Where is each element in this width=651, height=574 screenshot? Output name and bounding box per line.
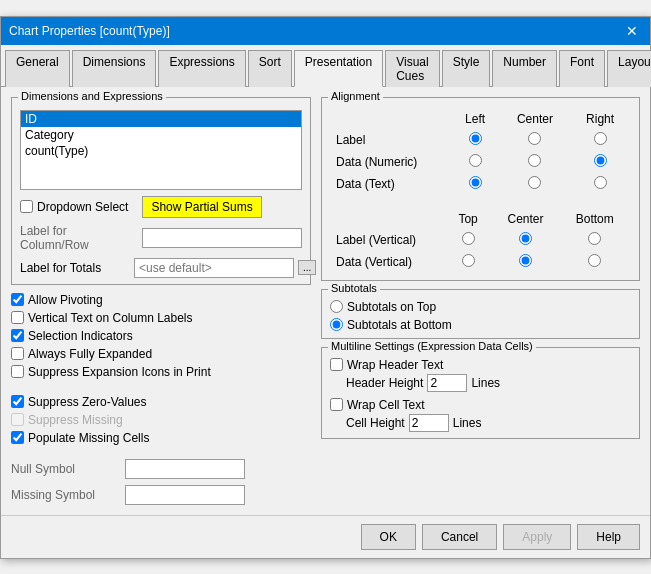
- wrap-cell-label: Wrap Cell Text: [347, 398, 425, 412]
- help-button[interactable]: Help: [577, 524, 640, 550]
- close-button[interactable]: ✕: [622, 23, 642, 39]
- missing-symbol-label: Missing Symbol: [11, 488, 121, 502]
- label-totals-ellipsis-button[interactable]: ...: [298, 260, 316, 275]
- dim-list-item-id[interactable]: ID: [21, 111, 301, 127]
- alignment-label-vert-row: Label (Vertical): [332, 230, 629, 250]
- align-text-right[interactable]: [594, 176, 607, 189]
- align-vert-label-bottom[interactable]: [588, 232, 601, 245]
- alignment-group-label: Alignment: [328, 90, 383, 102]
- tab-general[interactable]: General: [5, 50, 70, 87]
- align-col-right: Right: [571, 110, 629, 128]
- multiline-group: Multiline Settings (Expression Data Cell…: [321, 347, 640, 439]
- show-partial-sums-button[interactable]: Show Partial Sums: [142, 196, 261, 218]
- suppress-expansion-checkbox[interactable]: [11, 365, 24, 378]
- populate-missing-label: Populate Missing Cells: [28, 431, 149, 445]
- selection-indicators-checkbox[interactable]: [11, 329, 24, 342]
- header-height-unit: Lines: [471, 376, 500, 390]
- right-panel: Alignment Left Center Right: [321, 97, 640, 505]
- align-row-label-label: Label: [332, 130, 449, 150]
- label-totals-label: Label for Totals: [20, 261, 130, 275]
- subtotals-on-top-row: Subtotals on Top: [330, 300, 631, 314]
- dim-list-item-category[interactable]: Category: [21, 127, 301, 143]
- dropdown-select-row: Dropdown Select Show Partial Sums: [20, 196, 302, 218]
- tab-bar: General Dimensions Expressions Sort Pres…: [1, 45, 650, 87]
- vertical-text-checkbox[interactable]: [11, 311, 24, 324]
- dimensions-group: Dimensions and Expressions ID Category c…: [11, 97, 311, 285]
- main-content: Dimensions and Expressions ID Category c…: [1, 87, 650, 515]
- allow-pivoting-checkbox[interactable]: [11, 293, 24, 306]
- tab-presentation[interactable]: Presentation: [294, 50, 383, 87]
- tab-sort[interactable]: Sort: [248, 50, 292, 87]
- align-col-center: Center: [501, 110, 569, 128]
- cell-height-label: Cell Height: [346, 416, 405, 430]
- align-label-left[interactable]: [469, 132, 482, 145]
- cell-height-unit: Lines: [453, 416, 482, 430]
- label-totals-row: Label for Totals ...: [20, 258, 302, 278]
- subtotals-at-bottom-label: Subtotals at Bottom: [347, 318, 452, 332]
- tab-dimensions[interactable]: Dimensions: [72, 50, 157, 87]
- tab-visual-cues[interactable]: Visual Cues: [385, 50, 439, 87]
- suppress-missing-label: Suppress Missing: [28, 413, 123, 427]
- label-totals-input[interactable]: [134, 258, 294, 278]
- tab-layout[interactable]: Layout: [607, 50, 651, 87]
- subtotals-group: Subtotals Subtotals on Top Subtotals at …: [321, 289, 640, 339]
- suppress-zero-checkbox[interactable]: [11, 395, 24, 408]
- align-numeric-right[interactable]: [594, 154, 607, 167]
- missing-symbol-input[interactable]: -: [125, 485, 245, 505]
- main-window: Chart Properties [count(Type)] ✕ General…: [0, 16, 651, 559]
- label-col-row-input[interactable]: [142, 228, 302, 248]
- align-numeric-left[interactable]: [469, 154, 482, 167]
- header-height-input[interactable]: [427, 374, 467, 392]
- wrap-header-label: Wrap Header Text: [347, 358, 443, 372]
- wrap-header-checkbox[interactable]: [330, 358, 343, 371]
- vertical-text-label: Vertical Text on Column Labels: [28, 311, 193, 325]
- vertical-text-row: Vertical Text on Column Labels: [11, 311, 311, 325]
- dimensions-list[interactable]: ID Category count(Type): [20, 110, 302, 190]
- align-vert-col-center: Center: [493, 210, 559, 228]
- dropdown-select-label: Dropdown Select: [37, 200, 128, 214]
- alignment-data-vert-row: Data (Vertical): [332, 252, 629, 272]
- cell-height-group: Cell Height Lines: [346, 414, 631, 432]
- tab-style[interactable]: Style: [442, 50, 491, 87]
- header-height-label: Header Height: [346, 376, 423, 390]
- subtotals-at-bottom-radio[interactable]: [330, 318, 343, 331]
- two-column-layout: Dimensions and Expressions ID Category c…: [11, 97, 640, 505]
- missing-symbol-row: Missing Symbol -: [11, 485, 311, 505]
- dropdown-select-checkbox[interactable]: [20, 200, 33, 213]
- align-vert-label-top[interactable]: [462, 232, 475, 245]
- alignment-data-numeric-row: Data (Numeric): [332, 152, 629, 172]
- selection-indicators-label: Selection Indicators: [28, 329, 133, 343]
- button-bar: OK Cancel Apply Help: [1, 515, 650, 558]
- populate-missing-checkbox[interactable]: [11, 431, 24, 444]
- align-vert-label-center[interactable]: [519, 232, 532, 245]
- suppress-zero-label: Suppress Zero-Values: [28, 395, 147, 409]
- alignment-vert-table: Top Center Bottom Label (Vertical): [330, 208, 631, 274]
- align-vert-data-top[interactable]: [462, 254, 475, 267]
- align-vert-data-center[interactable]: [519, 254, 532, 267]
- suppress-expansion-row: Suppress Expansion Icons in Print: [11, 365, 311, 379]
- ok-button[interactable]: OK: [361, 524, 416, 550]
- tab-expressions[interactable]: Expressions: [158, 50, 245, 87]
- align-label-right[interactable]: [594, 132, 607, 145]
- dim-list-item-count[interactable]: count(Type): [21, 143, 301, 159]
- subtotals-group-label: Subtotals: [328, 282, 380, 294]
- suppress-missing-checkbox[interactable]: [11, 413, 24, 426]
- tab-font[interactable]: Font: [559, 50, 605, 87]
- subtotals-at-bottom-row: Subtotals at Bottom: [330, 318, 631, 332]
- always-expanded-checkbox[interactable]: [11, 347, 24, 360]
- wrap-cell-checkbox[interactable]: [330, 398, 343, 411]
- align-text-left[interactable]: [469, 176, 482, 189]
- multiline-group-label: Multiline Settings (Expression Data Cell…: [328, 340, 536, 352]
- align-vert-data-bottom[interactable]: [588, 254, 601, 267]
- tab-number[interactable]: Number: [492, 50, 557, 87]
- label-col-row-label: Label for Column/Row: [20, 224, 138, 252]
- align-label-center[interactable]: [528, 132, 541, 145]
- apply-button[interactable]: Apply: [503, 524, 571, 550]
- suppress-expansion-label: Suppress Expansion Icons in Print: [28, 365, 211, 379]
- null-symbol-input[interactable]: -: [125, 459, 245, 479]
- align-text-center[interactable]: [528, 176, 541, 189]
- cell-height-input[interactable]: [409, 414, 449, 432]
- cancel-button[interactable]: Cancel: [422, 524, 497, 550]
- align-numeric-center[interactable]: [528, 154, 541, 167]
- subtotals-on-top-radio[interactable]: [330, 300, 343, 313]
